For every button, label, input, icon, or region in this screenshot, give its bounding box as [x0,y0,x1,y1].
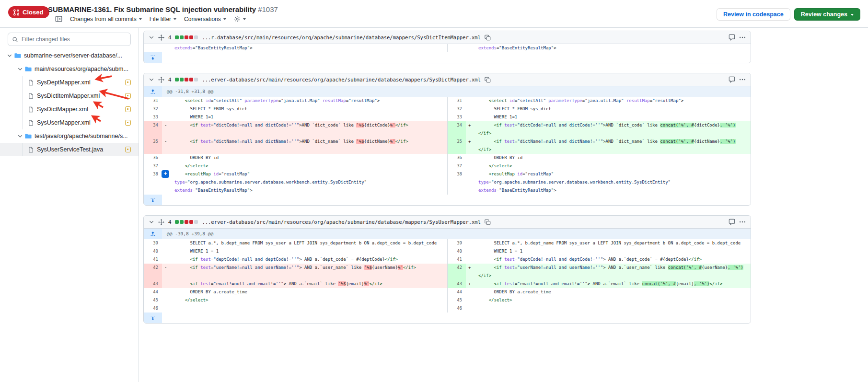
code-token: <if [190,139,198,144]
line-number[interactable]: 39 [447,239,466,247]
tree-file-sysdictmapper-xml[interactable]: SysDictMapper.xml [0,103,139,116]
line-number[interactable]: 41 [447,255,466,264]
line-number[interactable]: 43 [447,280,466,288]
line-number[interactable]: 42 [144,264,162,280]
copy-path-icon[interactable] [485,77,491,83]
tree-file-sysusermapper-xml[interactable]: SysUserMapper.xml [0,116,139,129]
file-diff-panel: 4...r-database/src/main/resources/org/ap… [143,31,751,63]
pr-header: Closed SUBMARINE-1361. Fix Submarine SQL… [0,0,868,28]
add-comment-plus-button[interactable]: + [162,170,169,178]
comment-icon[interactable] [729,76,735,83]
conversations-dropdown[interactable]: Conversations [184,16,226,23]
review-in-codespace-button[interactable]: Review in codespace [717,8,790,21]
chevron-down-icon[interactable] [17,66,23,72]
line-number[interactable]: 42 [447,264,466,280]
line-number[interactable]: 38+ [144,170,162,195]
code-token: {dictName} [694,139,720,144]
expand-down-icon[interactable] [144,195,162,205]
code-line: ORDER BY id [174,154,447,162]
word-diff-highlight: concat('%', # [668,265,702,270]
line-number[interactable] [144,44,162,52]
line-number[interactable]: 35 [447,138,466,154]
code-token: ORDER BY id [174,155,219,160]
line-number[interactable]: 46 [144,304,162,313]
diff-code-row: 34- <if test="dictCode!=null and dictCod… [144,121,751,138]
chevron-down-icon[interactable] [17,133,23,139]
drag-handle-icon[interactable] [158,219,164,225]
line-number[interactable]: 45 [144,296,162,304]
line-number[interactable]: 34 [144,121,162,138]
diff-marker [466,304,475,313]
line-number[interactable]: 33 [144,113,162,121]
drag-handle-icon[interactable] [158,77,164,83]
line-number[interactable]: 40 [447,247,466,255]
code-token: </if> [395,139,408,144]
collapse-file-chevron-icon[interactable] [149,77,154,82]
copy-path-icon[interactable] [485,35,491,41]
expand-up-icon[interactable] [144,229,162,239]
line-number[interactable]: 41 [144,255,162,264]
code-token: > AND a.`dept_code` = #{deptCode} [299,257,385,262]
code-token: <resultMap [185,172,211,176]
collapse-file-chevron-icon[interactable] [149,35,154,40]
diff-code-row: 32 SELECT * FROM sys_dict32 SELECT * FRO… [144,105,751,113]
tree-file-sysuserservicetest-java[interactable]: SysUserServiceTest.java [0,143,139,156]
copy-path-icon[interactable] [485,219,491,225]
pr-title-line: SUBMARINE-1361. Fix Submarine SQL inject… [48,5,278,13]
file-diff-header: 4...erver-database/src/main/resources/or… [144,73,751,86]
line-number[interactable]: 31 [447,97,466,105]
comment-icon[interactable] [729,219,735,225]
tree-folder-submarine-server-server-database-[interactable]: submarine-server/server-database/... [0,49,139,62]
tree-item-label: main/resources/org/apache/subm... [35,66,128,72]
line-number[interactable]: 37 [144,162,162,170]
file-filter-dropdown[interactable]: File filter [150,16,176,23]
code-token: id [206,98,211,103]
tree-file-sysdictitemmapper-xml[interactable]: SysDictItemMapper.xml [0,89,139,103]
file-icon [28,93,34,99]
chevron-down-icon[interactable] [7,53,12,58]
line-number[interactable]: 44 [447,288,466,296]
kebab-menu-icon[interactable] [739,76,746,83]
line-number[interactable]: 32 [144,105,162,113]
code-line: extends="BaseEntityResultMap"> [174,44,447,52]
line-number[interactable]: 36 [447,154,466,162]
line-number[interactable]: 31 [144,97,162,105]
line-number[interactable]: 34 [447,121,466,138]
drag-handle-icon[interactable] [158,35,164,41]
code-line: ORDER BY a.create_time [174,288,447,296]
tree-file-sysdeptmapper-xml[interactable]: SysDeptMapper.xml [0,76,139,89]
line-number[interactable]: 43 [144,280,162,288]
changes-from-dropdown[interactable]: Changes from all commits [70,16,142,23]
filter-changed-files-input[interactable] [8,33,131,46]
file-modified-icon [125,106,131,112]
kebab-menu-icon[interactable] [739,219,746,225]
line-number[interactable]: 39 [144,239,162,247]
pr-closed-icon [13,9,20,16]
expand-down-icon[interactable] [144,313,162,323]
line-number[interactable]: 36 [144,154,162,162]
comment-icon[interactable] [729,34,735,41]
line-number[interactable]: 46 [447,304,466,313]
line-number[interactable]: 35 [144,138,162,154]
code-token: parameterType [244,98,278,103]
code-token: > AND a.`user_name` like [299,265,364,270]
collapse-file-chevron-icon[interactable] [149,219,154,225]
code-token: "org.apache.submarine.server.database.wo… [491,180,671,185]
diff-settings-gear-button[interactable] [234,16,246,23]
line-number[interactable]: 38 [447,170,466,195]
line-number[interactable]: 37 [447,162,466,170]
tree-folder-main-resources-org-apache-subm-[interactable]: main/resources/org/apache/subm... [0,62,139,76]
kebab-menu-icon[interactable] [739,34,746,41]
line-number[interactable]: 33 [447,113,466,121]
tree-folder-test-java-org-apache-submarine-s-[interactable]: test/java/org/apache/submarine/s... [0,129,139,143]
expand-down-icon[interactable] [144,52,162,63]
line-number[interactable]: 44 [144,288,162,296]
collapse-sidebar-button[interactable] [55,15,62,23]
code-token: test [200,257,211,262]
line-number[interactable]: 40 [144,247,162,255]
expand-up-icon[interactable] [144,86,162,97]
line-number[interactable] [447,44,466,52]
line-number[interactable]: 32 [447,105,466,113]
line-number[interactable]: 45 [447,296,466,304]
review-changes-button[interactable]: Review changes [794,8,860,21]
